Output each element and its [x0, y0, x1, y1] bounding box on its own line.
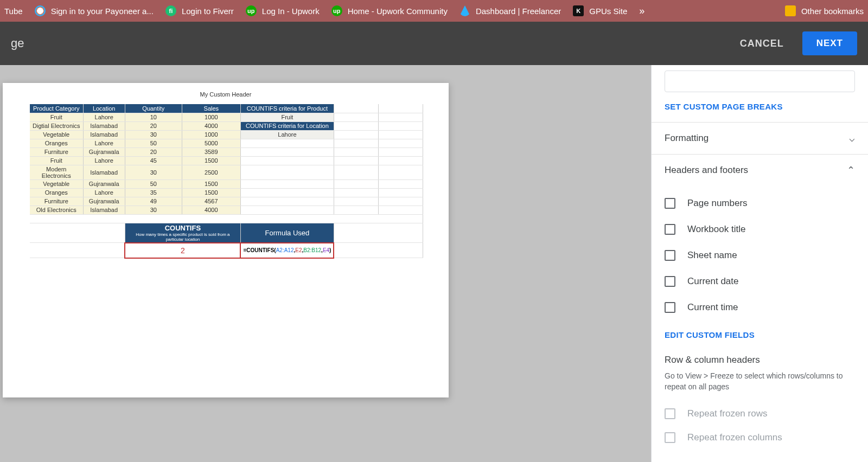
bookmark-upwork-login[interactable]: up Log In - Upwork [246, 5, 320, 16]
cell-location: Gujranwala [83, 197, 125, 206]
header-left-text: ge [11, 36, 24, 50]
criteria-value: Fruit [240, 113, 334, 121]
checkbox-icon [665, 276, 675, 287]
page-preview: My Custom Header Product Category Locati… [3, 83, 449, 397]
upwork-icon: up [331, 5, 342, 16]
cell-quantity: 35 [125, 188, 182, 197]
k-icon: K [573, 5, 584, 16]
cell-category: Vegetable [30, 179, 83, 188]
headers-footers-section[interactable]: Headers and footers ⌃ [652, 154, 868, 186]
other-bookmarks[interactable]: Other bookmarks [785, 5, 864, 16]
empty-cell [240, 139, 334, 147]
result-row: 2 =COUNTIFS(A2:A12,E2,B2:B12,E4) [30, 243, 423, 258]
empty-cell [334, 130, 378, 139]
check-page-numbers[interactable]: Page numbers [665, 190, 855, 216]
bookmark-label: Dashboard | Freelancer [476, 7, 561, 16]
check-label: Page numbers [687, 198, 748, 209]
main-area: My Custom Header Product Category Locati… [0, 65, 868, 462]
check-current-time[interactable]: Current time [665, 294, 855, 320]
cell-sales: 5000 [182, 139, 240, 147]
formula-cell: =COUNTIFS(A2:A12,E2,B2:B12,E4) [240, 243, 334, 258]
bookmark-label: Sign in to your Payoneer a... [51, 7, 154, 16]
bookmark-fiverr[interactable]: fi Login to Fiverr [165, 5, 234, 16]
empty-cell [334, 165, 378, 179]
check-label: Repeat frozen rows [687, 408, 767, 419]
bookmark-label: Tube [4, 7, 23, 16]
bookmark-gpus[interactable]: K GPUs Site [573, 5, 627, 16]
other-bookmarks-label: Other bookmarks [801, 7, 864, 16]
cell-location: Lahore [83, 113, 125, 121]
overflow-icon[interactable]: » [639, 5, 644, 17]
cell-sales: 3589 [182, 147, 240, 156]
cancel-button[interactable]: CANCEL [740, 38, 784, 49]
headers-footers-options: Page numbers Workbook title Sheet name C… [652, 186, 868, 330]
cell-quantity: 20 [125, 121, 182, 130]
formatting-section[interactable]: Formatting ⌵ [652, 122, 868, 154]
empty-cell [378, 188, 423, 197]
cell-sales: 4000 [182, 206, 240, 214]
bookmark-freelancer[interactable]: Dashboard | Freelancer [459, 5, 561, 16]
cell-location: Lahore [83, 156, 125, 165]
countifs-title: COUNTIFS [127, 224, 238, 232]
table-row: OrangesLahore351500 [30, 188, 423, 197]
empty-cell [334, 179, 378, 188]
cell-quantity: 10 [125, 113, 182, 121]
bookmarks-bar: Tube Sign in to your Payoneer a... fi Lo… [0, 0, 868, 22]
check-label: Current date [687, 276, 739, 287]
fiverr-icon: fi [165, 5, 176, 16]
empty-row [30, 214, 423, 223]
table-row: Old ElectronicsIslamabad304000 [30, 206, 423, 214]
cell-sales: 1500 [182, 156, 240, 165]
bookmark-label: GPUs Site [589, 7, 627, 16]
check-label: Repeat frozen columns [687, 432, 782, 443]
bookmark-payoneer[interactable]: Sign in to your Payoneer a... [35, 5, 154, 16]
criteria-header: COUNTIFS criteria for Location [240, 121, 334, 130]
cell-sales: 1500 [182, 188, 240, 197]
criteria-value: Lahore [240, 130, 334, 139]
cell-category: Furniture [30, 197, 83, 206]
cell-location: Islamabad [83, 165, 125, 179]
print-header: ge CANCEL NEXT [0, 22, 868, 65]
cell-category: Vegetable [30, 130, 83, 139]
empty-cell [240, 179, 334, 188]
cell-quantity: 20 [125, 147, 182, 156]
table-row: VegetableIslamabad301000Lahore [30, 130, 423, 139]
payoneer-icon [35, 5, 46, 16]
cell-category: Fruit [30, 156, 83, 165]
check-label: Sheet name [687, 250, 737, 261]
cell-category: Digtial Electronics [30, 121, 83, 130]
upwork-icon: up [246, 5, 257, 16]
empty-cell [334, 188, 378, 197]
col-header: Sales [182, 104, 240, 113]
check-repeat-rows: Repeat frozen rows [652, 402, 868, 426]
check-repeat-cols: Repeat frozen columns [652, 426, 868, 450]
cell-sales: 2500 [182, 165, 240, 179]
sheet-table: Product Category Location Quantity Sales… [30, 104, 423, 259]
freelancer-icon [459, 5, 470, 16]
check-current-date[interactable]: Current date [665, 268, 855, 294]
cell-location: Islamabad [83, 206, 125, 214]
empty-cell [240, 156, 334, 165]
table-row: FurnitureGujranwala494567 [30, 197, 423, 206]
cell-location: Gujranwala [83, 147, 125, 156]
empty-cell [240, 206, 334, 214]
col-header: COUNTIFS criteria for Product [240, 104, 334, 113]
check-sheet-name[interactable]: Sheet name [665, 242, 855, 268]
bookmark-upwork-community[interactable]: up Home - Upwork Community [331, 5, 448, 16]
edit-custom-fields-link[interactable]: EDIT CUSTOM FIELDS [652, 330, 868, 350]
cell-sales: 4567 [182, 197, 240, 206]
next-button[interactable]: NEXT [802, 31, 857, 55]
cell-location: Islamabad [83, 130, 125, 139]
headers-footers-label: Headers and footers [665, 165, 748, 176]
empty-cell [378, 121, 423, 130]
cell-quantity: 50 [125, 139, 182, 147]
bookmark-tube[interactable]: Tube [4, 7, 23, 16]
check-workbook-title[interactable]: Workbook title [665, 216, 855, 242]
margins-input[interactable] [665, 70, 855, 92]
check-label: Current time [687, 302, 738, 313]
empty-cell [334, 156, 378, 165]
table-row: FruitLahore451500 [30, 156, 423, 165]
checkbox-icon [665, 302, 675, 313]
set-page-breaks-link[interactable]: SET CUSTOM PAGE BREAKS [652, 102, 868, 122]
checkbox-icon [665, 250, 675, 261]
